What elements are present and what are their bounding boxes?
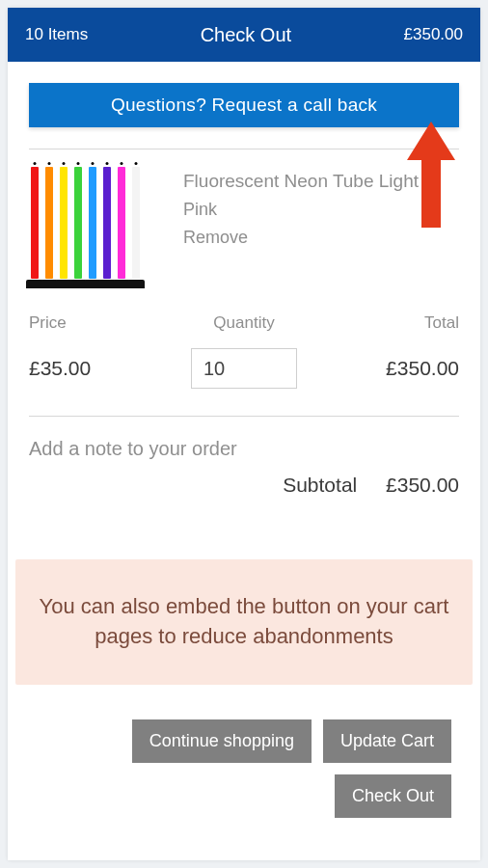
- continue-shopping-button[interactable]: Continue shopping: [132, 719, 312, 763]
- remove-item-link[interactable]: Remove: [183, 224, 459, 252]
- tube-icon: [132, 167, 140, 279]
- cart-line-item: Fluorescent Neon Tube Light Pink Remove: [29, 167, 459, 288]
- tube-icon: [45, 167, 53, 279]
- divider: [29, 149, 459, 149]
- checkout-header: 10 Items Check Out £350.00: [8, 8, 480, 62]
- callout-arrow-icon: [407, 122, 455, 228]
- tube-icon: [103, 167, 111, 279]
- item-count: 10 Items: [25, 25, 88, 44]
- price-label: Price: [29, 313, 173, 333]
- request-callback-button[interactable]: Questions? Request a call back: [29, 83, 459, 127]
- line-total-value: £350.00: [315, 357, 459, 380]
- callout-banner: You can also embed the button on your ca…: [15, 559, 473, 685]
- page-title: Check Out: [201, 24, 291, 46]
- checkout-button[interactable]: Check Out: [335, 774, 451, 818]
- tube-icon: [60, 167, 68, 279]
- quantity-label: Quantity: [173, 313, 316, 333]
- price-value: £35.00: [29, 357, 173, 380]
- tube-icon: [118, 167, 125, 279]
- tube-icon: [74, 167, 82, 279]
- header-total: £350.00: [404, 25, 463, 44]
- tube-icon: [89, 167, 96, 279]
- tube-icon: [31, 167, 39, 279]
- subtotal-value: £350.00: [386, 474, 459, 496]
- subtotal-label: Subtotal: [283, 474, 357, 496]
- divider: [29, 416, 459, 417]
- quantity-input[interactable]: [191, 348, 297, 389]
- update-cart-button[interactable]: Update Cart: [323, 719, 451, 763]
- total-label: Total: [315, 313, 459, 333]
- product-thumbnail: [29, 167, 164, 288]
- svg-marker-0: [407, 122, 455, 228]
- order-note-field[interactable]: Add a note to your order: [29, 438, 459, 460]
